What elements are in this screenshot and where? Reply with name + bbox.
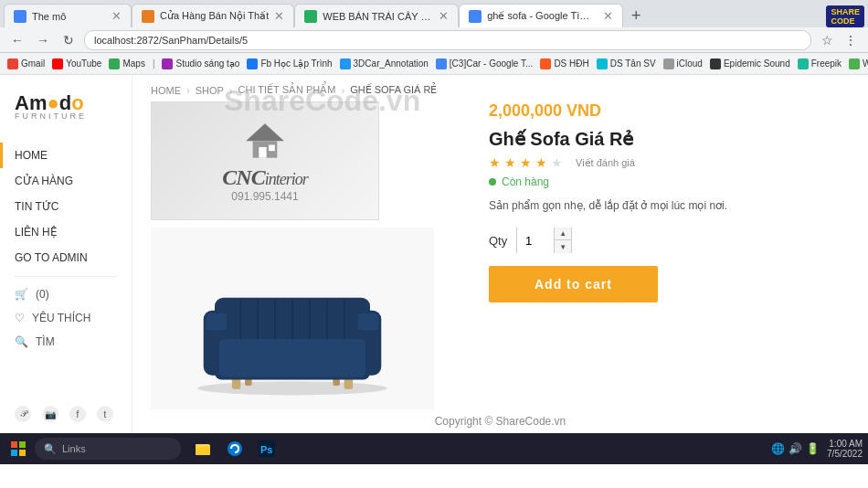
- review-link[interactable]: Viết đánh giá: [576, 157, 635, 169]
- sidebar-cart[interactable]: 🛒 (0): [0, 282, 132, 306]
- breadcrumb-detail[interactable]: CHI TIẾT SẢN PHẨM: [238, 84, 336, 96]
- breadcrumb-shop[interactable]: SHOP: [196, 85, 224, 96]
- bookmark-youtube[interactable]: YouTube: [52, 58, 101, 69]
- sidebar: Am●do FURNITURE HOME CỬA HÀNG TIN TỨC LI…: [0, 75, 132, 433]
- tab-1[interactable]: The mô ✕: [4, 4, 132, 27]
- c3-icon: [436, 58, 447, 69]
- maps-icon: [109, 58, 120, 69]
- sidebar-item-news[interactable]: TIN TỨC: [0, 194, 132, 219]
- back-button[interactable]: ←: [7, 30, 27, 50]
- qty-down-button[interactable]: ▼: [555, 240, 571, 253]
- bookmark-studio[interactable]: Studio sáng tạo: [162, 58, 239, 69]
- bookmark-gmail[interactable]: Gmail: [7, 58, 45, 69]
- sidebar-item-home[interactable]: HOME: [0, 143, 132, 168]
- browser-chrome: The mô ✕ Cửa Hàng Bán Nội Thất ✕ WEB BÁN…: [0, 0, 868, 53]
- svg-text:Ps: Ps: [260, 444, 272, 455]
- pinterest-icon[interactable]: 𝒫: [15, 406, 31, 422]
- tab-close-2[interactable]: ✕: [274, 9, 284, 23]
- tray-battery-icon[interactable]: 🔋: [806, 442, 820, 455]
- taskbar: 🔍 Links Ps: [0, 433, 868, 464]
- tab-label-3: WEB BÁN TRÁI CÂY - ADMIN: [323, 11, 433, 22]
- svg-rect-24: [19, 441, 26, 448]
- add-to-cart-button[interactable]: Add to cart: [489, 266, 658, 302]
- fb-icon: [247, 58, 258, 69]
- product-main-image: [151, 228, 434, 419]
- bookmark-icloud[interactable]: iCloud: [663, 58, 703, 69]
- sidebar-item-shop[interactable]: CỬA HÀNG: [0, 168, 132, 194]
- taskbar-app-browser[interactable]: [220, 436, 249, 461]
- sidebar-item-contact[interactable]: LIÊN HỆ: [0, 219, 132, 245]
- tab-2[interactable]: Cửa Hàng Bán Nội Thất ✕: [132, 4, 294, 27]
- taskbar-tray-icons: 🌐 🔊 🔋: [771, 442, 820, 455]
- studio-icon: [162, 58, 173, 69]
- windows-logo: [11, 441, 26, 456]
- sidebar-wishlist[interactable]: ♡ YÊU THÍCH: [0, 306, 132, 330]
- bookmark-epidemic[interactable]: Epidemic Sound: [710, 58, 790, 69]
- edge-icon: [226, 440, 244, 458]
- tab-favicon-4: [469, 10, 482, 23]
- taskbar-app-explorer[interactable]: [188, 436, 217, 461]
- tab-close-1[interactable]: ✕: [111, 9, 122, 23]
- new-tab-button[interactable]: +: [623, 4, 649, 27]
- svg-rect-2: [259, 147, 266, 158]
- tab-close-4[interactable]: ✕: [603, 9, 613, 23]
- svg-point-30: [228, 441, 242, 456]
- bookmark-button[interactable]: ☆: [817, 30, 837, 50]
- facebook-icon[interactable]: f: [69, 406, 86, 422]
- tab-close-3[interactable]: ✕: [439, 9, 449, 23]
- tray-network-icon[interactable]: 🌐: [771, 442, 785, 455]
- address-bar[interactable]: localhost:2872/SanPham/Details/5: [84, 30, 811, 50]
- taskbar-search[interactable]: 🔍 Links: [35, 438, 181, 460]
- qty-input[interactable]: [517, 228, 554, 253]
- tray-volume-icon[interactable]: 🔊: [789, 442, 802, 455]
- tab-label-4: ghế sofa - Google Tìm kiếm: [487, 10, 598, 22]
- copyright-text: Copyright © ShareCode.vn: [435, 415, 566, 428]
- svg-rect-25: [11, 450, 17, 456]
- sidebar-divider-1: [15, 276, 117, 277]
- bookmark-hdh[interactable]: DS HĐH: [540, 58, 588, 69]
- youtube-icon: [52, 58, 63, 69]
- star-1: ★: [489, 155, 501, 170]
- address-text: localhost:2872/SanPham/Details/5: [94, 35, 248, 46]
- start-button[interactable]: [5, 436, 31, 461]
- sofa-svg: [164, 246, 420, 401]
- product-thumbnail: CNCinterior 091.995.1441: [151, 101, 379, 220]
- taskbar-search-icon: 🔍: [44, 443, 57, 455]
- qty-up-button[interactable]: ▲: [555, 228, 571, 240]
- bookmark-c3[interactable]: [C3]Car - Google T...: [436, 58, 534, 69]
- svg-rect-28: [196, 447, 210, 455]
- bookmark-fb[interactable]: Fb Học Lập Trình: [247, 58, 332, 69]
- main-content: HOME › SHOP › CHI TIẾT SẢN PHẨM › GHẾ SO…: [132, 75, 868, 433]
- svg-point-4: [197, 381, 387, 395]
- tab-4[interactable]: ghế sofa - Google Tìm kiếm ✕: [459, 4, 623, 27]
- taskbar-apps: Ps: [188, 436, 281, 461]
- bookmark-3dcar[interactable]: 3DCar_Annotation: [340, 58, 429, 69]
- tab-bar: The mô ✕ Cửa Hàng Bán Nội Thất ✕ WEB BÁN…: [0, 0, 868, 27]
- bookmark-freepik[interactable]: Freepik: [798, 58, 842, 69]
- sidebar-search[interactable]: 🔍 TÌM: [0, 330, 132, 354]
- breadcrumb-sep-1: ›: [186, 85, 190, 96]
- breadcrumb-home[interactable]: HOME: [151, 85, 181, 96]
- stock-indicator: [489, 178, 496, 186]
- menu-button[interactable]: ⋮: [841, 30, 861, 50]
- qty-arrows: ▲ ▼: [554, 228, 571, 253]
- svg-rect-26: [19, 450, 26, 456]
- svg-rect-20: [219, 339, 366, 377]
- instagram-icon[interactable]: 📷: [42, 406, 58, 422]
- bookmark-tansv[interactable]: DS Tân SV: [597, 58, 656, 69]
- browser-nav-icons: ☆ ⋮: [817, 30, 861, 50]
- page-container: Am●do FURNITURE HOME CỬA HÀNG TIN TỨC LI…: [0, 75, 868, 433]
- bookmark-maps[interactable]: Maps: [109, 58, 144, 69]
- bookmark-w3[interactable]: W3school: [849, 58, 868, 69]
- forward-button[interactable]: →: [33, 30, 53, 50]
- reload-button[interactable]: ↻: [58, 30, 79, 50]
- taskbar-app-ps[interactable]: Ps: [252, 436, 281, 461]
- social-links: 𝒫 📷 f t: [0, 395, 132, 433]
- sidebar-item-admin[interactable]: GO TO ADMIN: [0, 245, 132, 271]
- twitter-icon[interactable]: t: [97, 406, 113, 422]
- time-display: 1:00 AM: [827, 439, 863, 449]
- product-description: Sản phẩm gọn nhẹ, dễ lắp đặt ở mọi lúc m…: [489, 197, 850, 215]
- tab-3[interactable]: WEB BÁN TRÁI CÂY - ADMIN ✕: [294, 4, 459, 27]
- cnc-logo: CNCinterior 091.995.1441: [222, 120, 307, 203]
- svg-marker-0: [246, 123, 284, 141]
